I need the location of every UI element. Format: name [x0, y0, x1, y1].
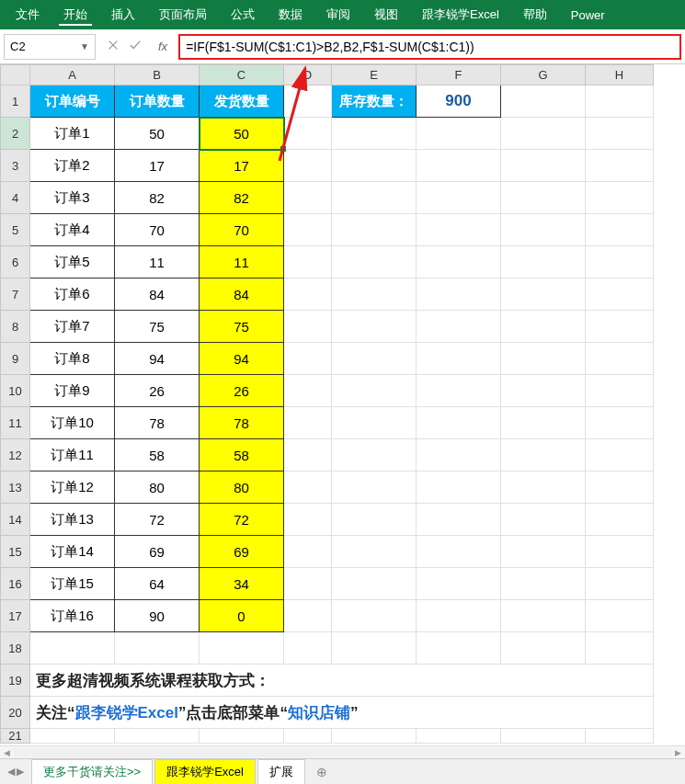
cell-A16[interactable]: 订单15 — [30, 568, 115, 600]
cell-A15[interactable]: 订单14 — [30, 536, 115, 568]
cell-C5[interactable]: 70 — [200, 214, 284, 246]
cell-D17[interactable] — [284, 600, 332, 632]
scrollbar-track[interactable] — [14, 748, 671, 757]
cell-H14[interactable] — [586, 504, 654, 536]
cell-B12[interactable]: 58 — [115, 439, 200, 472]
cell-H16[interactable] — [586, 568, 654, 600]
ribbon-tab-9[interactable]: 帮助 — [511, 1, 559, 28]
cell-B14[interactable]: 72 — [115, 504, 200, 536]
cell-E21[interactable] — [332, 729, 417, 744]
cell-C17[interactable]: 0 — [200, 600, 284, 632]
cell-G3[interactable] — [501, 150, 586, 182]
cell-D6[interactable] — [284, 246, 332, 278]
cell-D14[interactable] — [284, 504, 332, 536]
cell-E12[interactable] — [332, 439, 417, 472]
cell-H6[interactable] — [586, 246, 654, 278]
column-header-D[interactable]: D — [284, 65, 332, 85]
scroll-right-icon[interactable]: ▶ — [671, 748, 685, 757]
cell-A12[interactable]: 订单11 — [30, 439, 115, 472]
cell-E8[interactable] — [332, 311, 417, 343]
cell-D8[interactable] — [284, 311, 332, 343]
row-header-13[interactable]: 13 — [1, 472, 30, 504]
cell-H13[interactable] — [586, 472, 654, 504]
cell-C7[interactable]: 84 — [200, 278, 284, 311]
cell-E10[interactable] — [332, 375, 417, 407]
cell-C10[interactable]: 26 — [200, 375, 284, 407]
cell-G4[interactable] — [501, 182, 586, 214]
cell-A7[interactable]: 订单6 — [30, 278, 115, 311]
cell-C13[interactable]: 80 — [200, 472, 284, 504]
cell-A9[interactable]: 订单8 — [30, 343, 115, 375]
row-header-3[interactable]: 3 — [1, 150, 30, 182]
cell-H8[interactable] — [586, 311, 654, 343]
row-header-6[interactable]: 6 — [1, 246, 30, 278]
cell-H2[interactable] — [586, 118, 654, 150]
cell-H11[interactable] — [586, 407, 654, 439]
cell-F14[interactable] — [417, 504, 501, 536]
row-header-17[interactable]: 17 — [1, 600, 30, 632]
cell-D10[interactable] — [284, 375, 332, 407]
cell-D7[interactable] — [284, 278, 332, 311]
cell-H5[interactable] — [586, 214, 654, 246]
cell-G1[interactable] — [501, 85, 586, 118]
row-header-1[interactable]: 1 — [1, 85, 30, 118]
ribbon-tab-7[interactable]: 视图 — [362, 1, 410, 28]
cell-G12[interactable] — [501, 439, 586, 472]
cell-B18[interactable] — [115, 632, 200, 665]
cell-D2[interactable] — [284, 118, 332, 150]
cell-F1[interactable]: 900 — [417, 85, 501, 118]
cell-C16[interactable]: 34 — [200, 568, 284, 600]
cell-E13[interactable] — [332, 472, 417, 504]
cell-A4[interactable]: 订单3 — [30, 182, 115, 214]
cell-H4[interactable] — [586, 182, 654, 214]
cell-B2[interactable]: 50 — [115, 118, 200, 150]
sheet-tab-0[interactable]: 更多干货请关注>> — [31, 759, 153, 785]
cell-B7[interactable]: 84 — [115, 278, 200, 311]
row-header-11[interactable]: 11 — [1, 407, 30, 439]
cell-E16[interactable] — [332, 568, 417, 600]
sheet-tab-2[interactable]: 扩展 — [257, 759, 305, 785]
cell-A14[interactable]: 订单13 — [30, 504, 115, 536]
fx-icon[interactable]: fx — [153, 40, 173, 53]
cell-D21[interactable] — [284, 729, 332, 744]
column-header-F[interactable]: F — [417, 65, 501, 85]
row-header-2[interactable]: 2 — [1, 118, 30, 150]
cell-F10[interactable] — [417, 375, 501, 407]
cell-G2[interactable] — [501, 118, 586, 150]
cell-A11[interactable]: 订单10 — [30, 407, 115, 439]
cell-C11[interactable]: 78 — [200, 407, 284, 439]
cell-C12[interactable]: 58 — [200, 439, 284, 472]
cell-D11[interactable] — [284, 407, 332, 439]
cell-C1[interactable]: 发货数量 — [200, 85, 284, 118]
add-sheet-icon[interactable]: ⊕ — [307, 765, 337, 779]
cell-F3[interactable] — [417, 150, 501, 182]
cell-E1[interactable]: 库存数量： — [332, 85, 417, 118]
cell-H7[interactable] — [586, 278, 654, 311]
cell-B1[interactable]: 订单数量 — [115, 85, 200, 118]
cell-E15[interactable] — [332, 536, 417, 568]
cell-G5[interactable] — [501, 214, 586, 246]
cell-F12[interactable] — [417, 439, 501, 472]
cell-F18[interactable] — [417, 632, 501, 665]
cell-F7[interactable] — [417, 278, 501, 311]
chevron-down-icon[interactable]: ▼ — [80, 41, 89, 51]
cell-H17[interactable] — [586, 600, 654, 632]
row-header-10[interactable]: 10 — [1, 375, 30, 407]
horizontal-scrollbar[interactable]: ◀ ▶ — [0, 745, 685, 758]
cell-A17[interactable]: 订单16 — [30, 600, 115, 632]
cell-A5[interactable]: 订单4 — [30, 214, 115, 246]
cell-G21[interactable] — [501, 729, 586, 744]
cell-G15[interactable] — [501, 536, 586, 568]
cell-F13[interactable] — [417, 472, 501, 504]
cell-B16[interactable]: 64 — [115, 568, 200, 600]
cell-B8[interactable]: 75 — [115, 311, 200, 343]
cell-F16[interactable] — [417, 568, 501, 600]
cell-B4[interactable]: 82 — [115, 182, 200, 214]
select-all-corner[interactable] — [1, 65, 30, 85]
cell-E2[interactable] — [332, 118, 417, 150]
cell-E3[interactable] — [332, 150, 417, 182]
cell-B15[interactable]: 69 — [115, 536, 200, 568]
cell-G7[interactable] — [501, 278, 586, 311]
column-header-H[interactable]: H — [586, 65, 654, 85]
cell-D4[interactable] — [284, 182, 332, 214]
